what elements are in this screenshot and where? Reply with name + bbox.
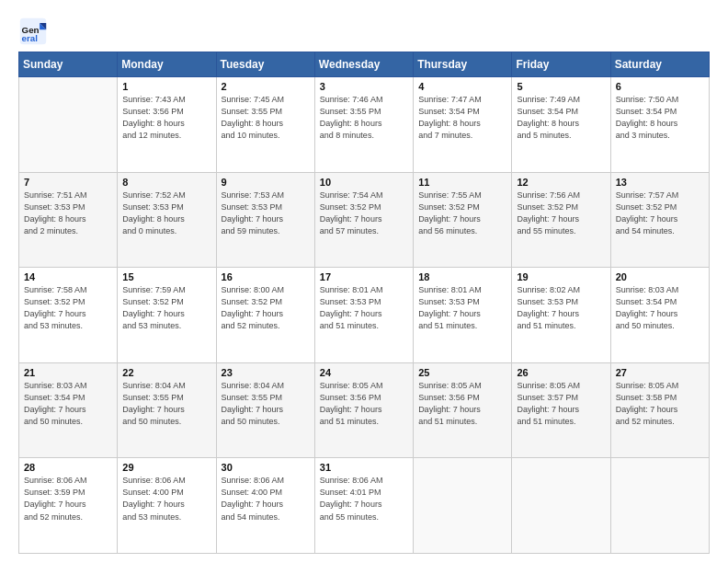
week-row-3: 14Sunrise: 7:58 AM Sunset: 3:52 PM Dayli… xyxy=(19,268,710,363)
header-row: SundayMondayTuesdayWednesdayThursdayFrid… xyxy=(19,52,710,77)
calendar-cell: 3Sunrise: 7:46 AM Sunset: 3:55 PM Daylig… xyxy=(314,77,413,173)
day-info: Sunrise: 8:05 AM Sunset: 3:57 PM Dayligh… xyxy=(517,380,605,428)
calendar-cell: 30Sunrise: 8:06 AM Sunset: 4:00 PM Dayli… xyxy=(216,458,314,554)
svg-text:eral: eral xyxy=(22,33,39,43)
day-info: Sunrise: 7:51 AM Sunset: 3:53 PM Dayligh… xyxy=(24,190,112,237)
day-number: 12 xyxy=(517,177,605,188)
header: Gen eral xyxy=(18,17,710,46)
day-number: 1 xyxy=(122,81,210,92)
day-number: 8 xyxy=(122,177,210,188)
calendar-cell: 9Sunrise: 7:53 AM Sunset: 3:53 PM Daylig… xyxy=(216,172,314,268)
day-number: 4 xyxy=(418,81,506,92)
day-info: Sunrise: 8:01 AM Sunset: 3:53 PM Dayligh… xyxy=(320,284,408,332)
day-info: Sunrise: 8:06 AM Sunset: 4:00 PM Dayligh… xyxy=(122,475,210,523)
day-number: 30 xyxy=(222,462,310,473)
calendar-cell: 8Sunrise: 7:52 AM Sunset: 3:53 PM Daylig… xyxy=(118,172,216,268)
day-info: Sunrise: 7:45 AM Sunset: 3:55 PM Dayligh… xyxy=(222,94,310,142)
calendar-cell xyxy=(19,77,118,173)
week-row-5: 28Sunrise: 8:06 AM Sunset: 3:59 PM Dayli… xyxy=(19,458,710,554)
day-info: Sunrise: 7:46 AM Sunset: 3:55 PM Dayligh… xyxy=(320,94,408,142)
calendar-cell: 28Sunrise: 8:06 AM Sunset: 3:59 PM Dayli… xyxy=(19,458,118,554)
day-number: 2 xyxy=(222,81,310,92)
week-row-4: 21Sunrise: 8:03 AM Sunset: 3:54 PM Dayli… xyxy=(19,362,710,458)
calendar-cell: 29Sunrise: 8:06 AM Sunset: 4:00 PM Dayli… xyxy=(118,458,216,554)
day-info: Sunrise: 8:04 AM Sunset: 3:55 PM Dayligh… xyxy=(222,380,310,428)
week-row-1: 1Sunrise: 7:43 AM Sunset: 3:56 PM Daylig… xyxy=(19,77,710,173)
day-info: Sunrise: 8:05 AM Sunset: 3:56 PM Dayligh… xyxy=(418,380,506,428)
calendar-cell: 19Sunrise: 8:02 AM Sunset: 3:53 PM Dayli… xyxy=(512,268,610,363)
calendar-cell: 12Sunrise: 7:56 AM Sunset: 3:52 PM Dayli… xyxy=(512,172,610,268)
day-number: 21 xyxy=(24,367,112,378)
page: Gen eral SundayMondayTuesdayWednesdayThu… xyxy=(0,0,728,563)
day-info: Sunrise: 8:03 AM Sunset: 3:54 PM Dayligh… xyxy=(24,380,112,428)
day-number: 27 xyxy=(616,367,704,378)
day-info: Sunrise: 8:02 AM Sunset: 3:53 PM Dayligh… xyxy=(517,284,605,332)
day-info: Sunrise: 7:43 AM Sunset: 3:56 PM Dayligh… xyxy=(122,94,210,142)
day-info: Sunrise: 8:01 AM Sunset: 3:53 PM Dayligh… xyxy=(418,284,506,332)
day-number: 5 xyxy=(517,81,605,92)
calendar-cell: 4Sunrise: 7:47 AM Sunset: 3:54 PM Daylig… xyxy=(414,77,512,173)
day-info: Sunrise: 7:57 AM Sunset: 3:52 PM Dayligh… xyxy=(616,190,704,237)
day-info: Sunrise: 8:06 AM Sunset: 4:00 PM Dayligh… xyxy=(222,475,310,523)
calendar-cell xyxy=(414,458,512,554)
calendar-cell: 18Sunrise: 8:01 AM Sunset: 3:53 PM Dayli… xyxy=(414,268,512,363)
day-number: 23 xyxy=(222,367,310,378)
day-info: Sunrise: 7:54 AM Sunset: 3:52 PM Dayligh… xyxy=(320,190,408,237)
col-header-monday: Monday xyxy=(118,52,216,77)
calendar-cell: 1Sunrise: 7:43 AM Sunset: 3:56 PM Daylig… xyxy=(118,77,216,173)
calendar-cell: 11Sunrise: 7:55 AM Sunset: 3:52 PM Dayli… xyxy=(414,172,512,268)
calendar-cell: 13Sunrise: 7:57 AM Sunset: 3:52 PM Dayli… xyxy=(610,172,709,268)
calendar-cell: 16Sunrise: 8:00 AM Sunset: 3:52 PM Dayli… xyxy=(216,268,314,363)
calendar-cell xyxy=(610,458,709,554)
day-number: 13 xyxy=(616,177,704,188)
col-header-friday: Friday xyxy=(512,52,610,77)
calendar-cell: 20Sunrise: 8:03 AM Sunset: 3:54 PM Dayli… xyxy=(610,268,709,363)
calendar: SundayMondayTuesdayWednesdayThursdayFrid… xyxy=(18,52,710,554)
logo-icon: Gen eral xyxy=(18,17,48,46)
day-number: 28 xyxy=(24,462,112,473)
day-info: Sunrise: 8:04 AM Sunset: 3:55 PM Dayligh… xyxy=(122,380,210,428)
day-info: Sunrise: 7:58 AM Sunset: 3:52 PM Dayligh… xyxy=(24,284,112,332)
col-header-wednesday: Wednesday xyxy=(314,52,413,77)
day-info: Sunrise: 8:06 AM Sunset: 4:01 PM Dayligh… xyxy=(320,475,408,523)
day-number: 25 xyxy=(418,367,506,378)
day-info: Sunrise: 8:03 AM Sunset: 3:54 PM Dayligh… xyxy=(616,284,704,332)
day-number: 7 xyxy=(24,177,112,188)
calendar-cell: 2Sunrise: 7:45 AM Sunset: 3:55 PM Daylig… xyxy=(216,77,314,173)
day-number: 20 xyxy=(616,271,704,282)
day-number: 24 xyxy=(320,367,408,378)
day-info: Sunrise: 7:52 AM Sunset: 3:53 PM Dayligh… xyxy=(122,190,210,237)
calendar-cell: 26Sunrise: 8:05 AM Sunset: 3:57 PM Dayli… xyxy=(512,362,610,458)
day-number: 16 xyxy=(222,271,310,282)
day-info: Sunrise: 8:06 AM Sunset: 3:59 PM Dayligh… xyxy=(24,475,112,523)
day-number: 17 xyxy=(320,271,408,282)
day-number: 6 xyxy=(616,81,704,92)
day-info: Sunrise: 8:05 AM Sunset: 3:58 PM Dayligh… xyxy=(616,380,704,428)
day-info: Sunrise: 7:50 AM Sunset: 3:54 PM Dayligh… xyxy=(616,94,704,142)
calendar-cell: 25Sunrise: 8:05 AM Sunset: 3:56 PM Dayli… xyxy=(414,362,512,458)
day-number: 3 xyxy=(320,81,408,92)
calendar-cell: 22Sunrise: 8:04 AM Sunset: 3:55 PM Dayli… xyxy=(118,362,216,458)
day-info: Sunrise: 7:59 AM Sunset: 3:52 PM Dayligh… xyxy=(122,284,210,332)
calendar-cell xyxy=(512,458,610,554)
day-number: 15 xyxy=(122,271,210,282)
col-header-saturday: Saturday xyxy=(610,52,709,77)
calendar-cell: 6Sunrise: 7:50 AM Sunset: 3:54 PM Daylig… xyxy=(610,77,709,173)
day-number: 19 xyxy=(517,271,605,282)
calendar-cell: 10Sunrise: 7:54 AM Sunset: 3:52 PM Dayli… xyxy=(314,172,413,268)
logo: Gen eral xyxy=(18,17,50,46)
day-info: Sunrise: 7:49 AM Sunset: 3:54 PM Dayligh… xyxy=(517,94,605,142)
day-number: 11 xyxy=(418,177,506,188)
day-info: Sunrise: 8:05 AM Sunset: 3:56 PM Dayligh… xyxy=(320,380,408,428)
calendar-cell: 24Sunrise: 8:05 AM Sunset: 3:56 PM Dayli… xyxy=(314,362,413,458)
day-number: 29 xyxy=(122,462,210,473)
week-row-2: 7Sunrise: 7:51 AM Sunset: 3:53 PM Daylig… xyxy=(19,172,710,268)
day-number: 31 xyxy=(320,462,408,473)
calendar-cell: 7Sunrise: 7:51 AM Sunset: 3:53 PM Daylig… xyxy=(19,172,118,268)
calendar-cell: 14Sunrise: 7:58 AM Sunset: 3:52 PM Dayli… xyxy=(19,268,118,363)
day-number: 26 xyxy=(517,367,605,378)
day-number: 10 xyxy=(320,177,408,188)
calendar-cell: 15Sunrise: 7:59 AM Sunset: 3:52 PM Dayli… xyxy=(118,268,216,363)
day-number: 9 xyxy=(222,177,310,188)
col-header-thursday: Thursday xyxy=(414,52,512,77)
